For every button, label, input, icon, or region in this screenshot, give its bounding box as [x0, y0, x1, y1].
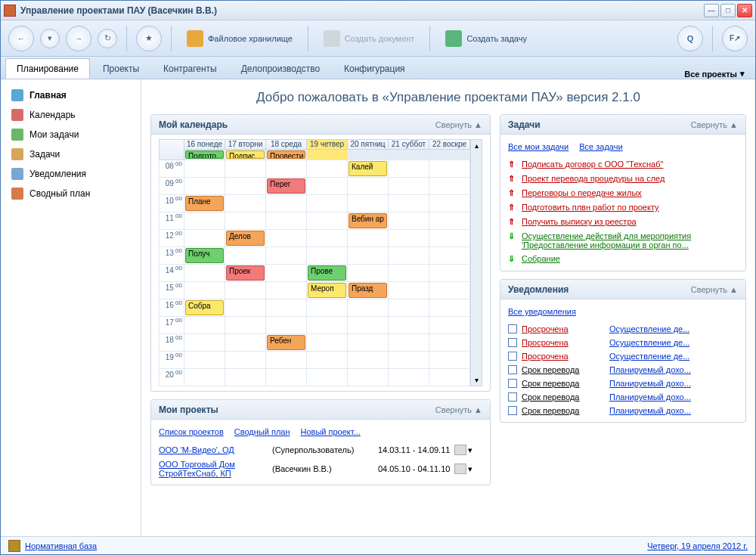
- calendar-scrollbar[interactable]: ▴ ▾: [470, 139, 482, 386]
- notification-status-link[interactable]: Срок перевода: [522, 406, 605, 415]
- calendar-event[interactable]: Празд: [349, 283, 387, 298]
- calendar-day-column[interactable]: 19 четверПровеМероп: [307, 139, 348, 386]
- calendar-cell[interactable]: [225, 299, 266, 317]
- calendar-day-column[interactable]: 16 понедеПодгото...ПланеПолучСобра: [184, 139, 225, 386]
- calendar-cell[interactable]: [429, 369, 470, 386]
- gantt-icon[interactable]: [454, 464, 466, 474]
- calendar-cell[interactable]: [307, 352, 348, 369]
- allday-cell[interactable]: [389, 150, 429, 160]
- calendar-cell[interactable]: [307, 247, 348, 265]
- allday-cell[interactable]: [307, 150, 348, 160]
- new-project-link[interactable]: Новый проект...: [301, 427, 361, 436]
- calendar-cell[interactable]: [389, 160, 429, 178]
- calendar-cell[interactable]: Прове: [307, 265, 348, 282]
- calendar-cell[interactable]: [429, 212, 470, 230]
- gantt-icon[interactable]: [454, 445, 466, 455]
- calendar-cell[interactable]: [389, 299, 429, 317]
- calendar-cell[interactable]: [184, 352, 225, 369]
- calendar-day-column[interactable]: 17 вторниПодпис...ДеловПроек: [225, 139, 266, 386]
- calendar-event[interactable]: Собра: [185, 300, 224, 315]
- calendar-day-column[interactable]: 21 суббот: [389, 139, 429, 386]
- dropdown-icon[interactable]: ▾: [468, 464, 472, 474]
- calendar-cell[interactable]: Получ: [184, 247, 225, 265]
- task-link[interactable]: Проект перевода процедуры на след: [522, 174, 738, 183]
- calendar-cell[interactable]: [389, 282, 429, 299]
- calendar-day-column[interactable]: 22 воскре: [429, 139, 470, 386]
- calendar-cell[interactable]: [266, 299, 307, 317]
- notification-subject-link[interactable]: Планируемый дохо...: [609, 365, 691, 374]
- refresh-button[interactable]: ↻: [98, 29, 117, 48]
- projects-list-link[interactable]: Список проектов: [159, 427, 224, 436]
- calendar-cell[interactable]: [184, 265, 225, 282]
- calendar-cell[interactable]: [184, 334, 225, 352]
- calendar-cell[interactable]: Проек: [225, 265, 266, 282]
- calendar-cell[interactable]: [225, 247, 266, 265]
- calendar-cell[interactable]: [225, 212, 266, 230]
- calendar-event[interactable]: Подгото...: [185, 150, 224, 159]
- calendar-cell[interactable]: [429, 178, 470, 195]
- calendar-event[interactable]: Подпис...: [226, 150, 265, 159]
- allday-cell[interactable]: Подгото...: [184, 150, 225, 160]
- allday-cell[interactable]: [348, 150, 389, 160]
- favorites-button[interactable]: ★: [136, 26, 162, 51]
- main-tab[interactable]: Проекты: [91, 58, 150, 79]
- calendar-cell[interactable]: [429, 265, 470, 282]
- calendar-cell[interactable]: [389, 265, 429, 282]
- calendar-cell[interactable]: [348, 230, 389, 247]
- calendar-cell[interactable]: [225, 369, 266, 386]
- project-name-link[interactable]: ООО Торговый Дом СтройТехСнаб, КП: [159, 460, 272, 478]
- calendar-cell[interactable]: Делов: [225, 230, 266, 247]
- calendar-cell[interactable]: [184, 178, 225, 195]
- dropdown-icon[interactable]: ▾: [468, 445, 472, 455]
- notification-status-link[interactable]: Просрочена: [522, 324, 605, 333]
- task-link[interactable]: Подготовить плвн работ по проекту: [522, 203, 738, 212]
- calendar-cell[interactable]: [389, 212, 429, 230]
- day-header[interactable]: 18 среда: [266, 139, 307, 150]
- calendar-cell[interactable]: [266, 195, 307, 212]
- calendar-cell[interactable]: [429, 195, 470, 212]
- calendar-event[interactable]: Делов: [226, 231, 265, 246]
- calendar-cell[interactable]: Вебин ар: [348, 212, 389, 230]
- calendar-cell[interactable]: [266, 369, 307, 386]
- notification-subject-link[interactable]: Осуществление де...: [609, 338, 689, 347]
- calendar-cell[interactable]: [184, 230, 225, 247]
- calendar-cell[interactable]: [266, 282, 307, 299]
- create-document-action[interactable]: Создать документ: [318, 27, 421, 50]
- calendar-cell[interactable]: [348, 334, 389, 352]
- calendar-event[interactable]: Проек: [226, 265, 265, 281]
- all-tasks-link[interactable]: Все задачи: [579, 142, 622, 151]
- calendar-cell[interactable]: [348, 317, 389, 334]
- notification-checkbox[interactable]: [508, 338, 517, 347]
- sidebar-item[interactable]: Задачи: [1, 144, 141, 164]
- calendar-day-column[interactable]: 18 средаПровестиПерегРебен: [266, 139, 307, 386]
- calendar-cell[interactable]: [389, 369, 429, 386]
- notification-checkbox[interactable]: [508, 379, 517, 388]
- notification-status-link[interactable]: Просрочена: [522, 352, 605, 361]
- day-header[interactable]: 17 вторни: [225, 139, 266, 150]
- notification-checkbox[interactable]: [508, 365, 517, 374]
- calendar-cell[interactable]: [307, 334, 348, 352]
- maximize-button[interactable]: □: [720, 4, 736, 17]
- calendar-cell[interactable]: [225, 334, 266, 352]
- calendar-cell[interactable]: [307, 212, 348, 230]
- task-link[interactable]: Подписать договор с ООО "Техснаб": [522, 160, 738, 169]
- sidebar-item[interactable]: Мои задачи: [1, 125, 141, 144]
- calendar-cell[interactable]: [184, 317, 225, 334]
- calendar-cell[interactable]: [348, 247, 389, 265]
- calendar-cell[interactable]: [225, 195, 266, 212]
- main-tab[interactable]: Планирование: [5, 58, 90, 79]
- search-button[interactable]: Q: [677, 26, 703, 51]
- close-button[interactable]: ✕: [737, 4, 752, 17]
- calendar-cell[interactable]: [266, 247, 307, 265]
- calendar-cell[interactable]: [307, 299, 348, 317]
- calendar-event[interactable]: Вебин ар: [349, 213, 387, 228]
- day-header[interactable]: 21 суббот: [389, 139, 429, 150]
- calendar-cell[interactable]: [266, 160, 307, 178]
- calendar-event[interactable]: Плане: [185, 196, 224, 211]
- sidebar-item[interactable]: Сводный план: [1, 184, 141, 203]
- calendar-cell[interactable]: [389, 195, 429, 212]
- calendar-cell[interactable]: Калей: [348, 160, 389, 178]
- notification-status-link[interactable]: Срок перевода: [522, 392, 605, 402]
- calendar-day-column[interactable]: 20 пятницКалейВебин арПразд: [348, 139, 389, 386]
- calendar-cell[interactable]: [225, 282, 266, 299]
